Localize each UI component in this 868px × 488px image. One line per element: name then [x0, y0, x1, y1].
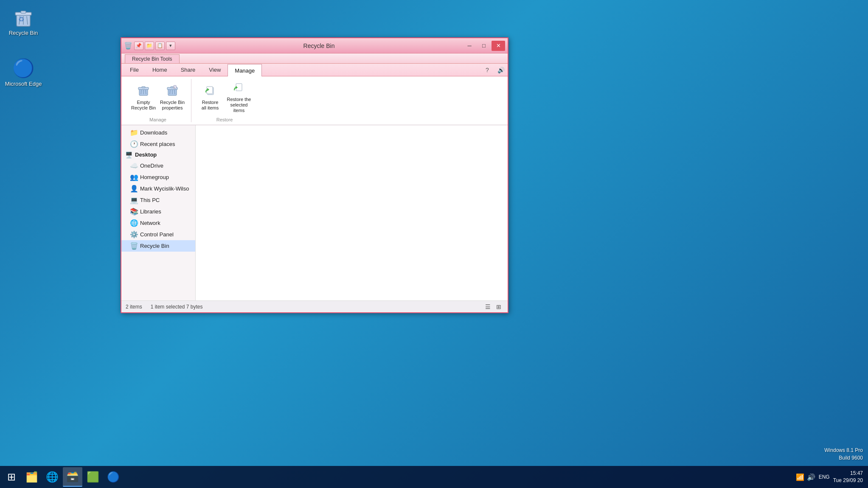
recycle-bin-sidebar-icon: 🗑️	[130, 242, 138, 250]
sidebar-item-recycle-bin[interactable]: 🗑️ Recycle Bin	[121, 240, 195, 252]
maximize-button[interactable]: □	[477, 41, 491, 51]
sidebar-item-homegroup[interactable]: 👥 Homegroup	[121, 171, 195, 183]
onedrive-icon: ☁️	[130, 162, 138, 170]
os-info: Windows 8.1 Pro Build 9600	[824, 446, 863, 462]
sidebar-item-onedrive[interactable]: ☁️ OneDrive	[121, 160, 195, 171]
tab-share[interactable]: Share	[174, 64, 202, 76]
ribbon-tab-bar: File Home Share View Manage ? 🔊	[121, 64, 508, 76]
ribbon-group-manage: EmptyRecycle Bin	[125, 79, 191, 122]
sidebar-item-user-label: Mark Wycislik-Wilso	[140, 185, 189, 192]
restore-selected-button[interactable]: Restore theselected items	[225, 79, 253, 115]
explorer-window: 🗑️ 📌 📁 📋 ▾ Recycle Bin ─ □ ✕ Recycle Bin…	[121, 37, 508, 313]
downloads-icon: 📁	[130, 129, 138, 137]
status-bar-right: ☰ ⊞	[483, 302, 503, 311]
libraries-icon: 📚	[130, 208, 138, 216]
quick-access-toolbar: 📌 📁 📋 ▾	[134, 42, 175, 50]
tab-manage[interactable]: Manage	[228, 64, 262, 76]
sidebar-item-this-pc-label: This PC	[140, 197, 160, 203]
sidebar-item-recycle-bin-label: Recycle Bin	[140, 243, 169, 249]
recycle-bin-properties-label: Recycle Binproperties	[160, 100, 185, 111]
status-bar: 2 items 1 item selected 7 bytes ☰ ⊞	[121, 300, 508, 312]
ribbon-group-restore: Restoreall items Restore theselected ite…	[191, 79, 258, 122]
svg-rect-9	[142, 87, 145, 88]
user-icon: 👤	[130, 185, 138, 193]
minimize-button[interactable]: ─	[463, 41, 476, 51]
sidebar-item-downloads[interactable]: 📁 Downloads	[121, 127, 195, 138]
ribbon-restore-items: Restoreall items Restore theselected ite…	[197, 79, 253, 115]
sidebar: 📁 Downloads 🕐 Recent places 🖥️ Desktop ☁…	[121, 125, 196, 300]
homegroup-icon: 👥	[130, 173, 138, 181]
ribbon-content: EmptyRecycle Bin	[121, 76, 508, 125]
sidebar-item-libraries[interactable]: 📚 Libraries	[121, 206, 195, 217]
desktop: ♻ Recycle Bin 🔵 Microsoft Edge 🗑️ 📌 📁 📋 …	[0, 0, 868, 488]
sidebar-item-homegroup-label: Homegroup	[140, 174, 169, 180]
content-pane	[196, 125, 508, 300]
sidebar-item-network-label: Network	[140, 220, 160, 226]
sidebar-item-this-pc[interactable]: 💻 This PC	[121, 194, 195, 206]
details-view-button[interactable]: ☰	[483, 302, 492, 311]
edge-desktop-label: Microsoft Edge	[5, 81, 42, 87]
selected-info: 1 item selected 7 bytes	[151, 304, 203, 310]
empty-recycle-bin-icon	[137, 84, 150, 99]
recycle-bin-properties-icon: i	[166, 84, 179, 99]
desktop-edge-icon[interactable]: 🔵 Microsoft Edge	[4, 55, 42, 89]
sidebar-item-libraries-label: Libraries	[140, 208, 161, 215]
context-tab-recycle-bin-tools[interactable]: Recycle Bin Tools	[125, 54, 180, 63]
window-icon: 🗑️	[124, 42, 132, 50]
svg-rect-2	[21, 11, 26, 13]
empty-recycle-bin-button[interactable]: EmptyRecycle Bin	[130, 82, 157, 112]
edge-image: 🔵	[12, 57, 34, 79]
tab-home[interactable]: Home	[146, 64, 174, 76]
recycle-bin-image: ♻	[12, 6, 34, 28]
taskbar-file-explorer[interactable]: 🗂️	[22, 467, 42, 487]
recycle-bin-properties-button[interactable]: i Recycle Binproperties	[159, 82, 186, 112]
start-button[interactable]: ⊞	[2, 467, 21, 487]
network-icon: 🌐	[130, 219, 138, 227]
main-area: 📁 Downloads 🕐 Recent places 🖥️ Desktop ☁…	[121, 125, 508, 300]
sidebar-section-desktop[interactable]: 🖥️ Desktop	[121, 150, 195, 160]
taskbar: ⊞ 🗂️ 🌐 🗃️ 🟩 🔵 📶 🔊 ENG 15:47 Tue 29/09 20	[0, 466, 868, 488]
restore-selected-items-label: Restore theselected items	[226, 97, 252, 114]
sidebar-item-user[interactable]: 👤 Mark Wycislik-Wilso	[121, 183, 195, 194]
sidebar-item-control-panel-label: Control Panel	[140, 231, 174, 238]
svg-text:i: i	[174, 86, 174, 89]
tab-file[interactable]: File	[123, 64, 146, 76]
os-version-line2: Build 9600	[824, 454, 863, 462]
taskbar-internet-explorer[interactable]: 🌐	[42, 467, 62, 487]
title-bar-left: 🗑️ 📌 📁 📋 ▾	[124, 42, 175, 50]
clock-date: Tue 29/09 20	[833, 477, 863, 484]
window-title: Recycle Bin	[175, 42, 463, 49]
network-status-icon: 📶	[796, 473, 804, 481]
large-icons-view-button[interactable]: ⊞	[494, 302, 503, 311]
quick-access-btn-1[interactable]: 📌	[134, 42, 143, 50]
manage-group-label: Manage	[149, 117, 166, 122]
taskbar-edge[interactable]: 🔵	[104, 467, 123, 487]
volume-icon: 🔊	[807, 473, 815, 481]
restore-all-items-button[interactable]: Restoreall items	[197, 82, 224, 112]
help-icon[interactable]: ?	[482, 65, 492, 75]
desktop-recycle-bin-icon[interactable]: ♻ Recycle Bin	[4, 4, 42, 38]
sidebar-item-recent-places[interactable]: 🕐 Recent places	[121, 138, 195, 150]
restore-all-items-label: Restoreall items	[202, 100, 219, 111]
ribbon-tab-right: ? 🔊	[482, 65, 506, 75]
quick-access-btn-3[interactable]: 📋	[155, 42, 165, 50]
taskbar-right: 📶 🔊 ENG 15:47 Tue 29/09 20	[796, 470, 866, 484]
quick-access-btn-2[interactable]: 📁	[145, 42, 154, 50]
this-pc-icon: 💻	[130, 196, 138, 204]
sidebar-item-control-panel[interactable]: ⚙️ Control Panel	[121, 229, 195, 240]
sidebar-item-downloads-label: Downloads	[140, 129, 167, 136]
restore-all-icon	[203, 84, 217, 99]
quick-access-btn-4[interactable]: ▾	[166, 42, 175, 50]
clock-time: 15:47	[833, 470, 863, 477]
desktop-section-icon: 🖥️	[125, 151, 132, 158]
close-button[interactable]: ✕	[492, 41, 505, 51]
taskbar-excel[interactable]: 🟩	[83, 467, 103, 487]
ribbon-manage-items: EmptyRecycle Bin	[130, 79, 186, 115]
sidebar-item-network[interactable]: 🌐 Network	[121, 217, 195, 229]
empty-recycle-bin-label: EmptyRecycle Bin	[131, 100, 156, 111]
clock[interactable]: 15:47 Tue 29/09 20	[833, 470, 863, 484]
tab-view[interactable]: View	[202, 64, 228, 76]
os-version-line1: Windows 8.1 Pro	[824, 446, 863, 454]
sound-icon[interactable]: 🔊	[496, 65, 506, 75]
taskbar-file-manager[interactable]: 🗃️	[63, 467, 82, 487]
